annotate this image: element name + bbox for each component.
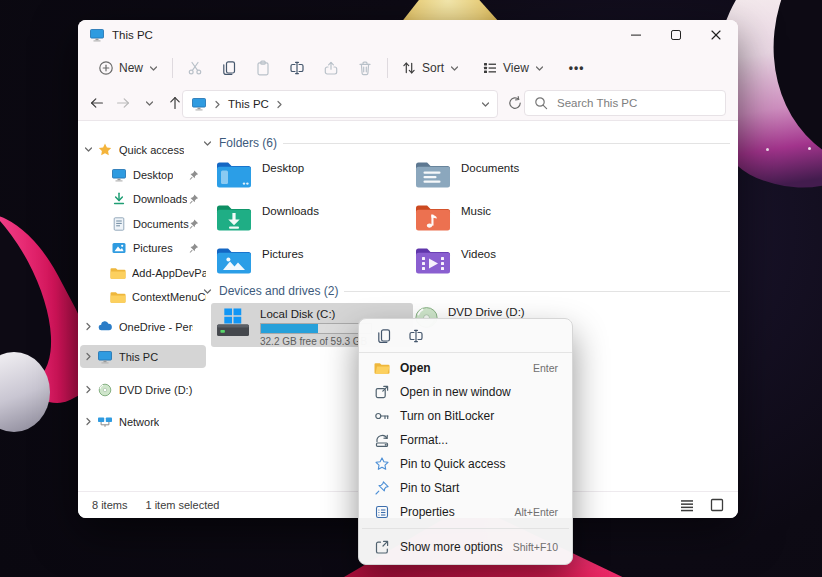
- address-bar: This PC: [78, 86, 738, 120]
- large-icons-view-icon: [709, 497, 725, 513]
- folder-tile-label: Desktop: [262, 162, 304, 194]
- sidebar-item-label: Network: [119, 416, 159, 428]
- paste-button[interactable]: [246, 54, 280, 82]
- sidebar-item-this-pc[interactable]: This PC: [80, 345, 206, 368]
- menu-item-shortcut: Enter: [533, 362, 558, 374]
- chevron-right-icon[interactable]: [80, 351, 96, 362]
- sort-button[interactable]: Sort: [393, 54, 468, 82]
- copy-icon: [221, 60, 237, 76]
- view-button[interactable]: View: [474, 54, 553, 82]
- newwin-icon: [373, 384, 390, 400]
- chevron-right-icon[interactable]: [80, 416, 96, 427]
- back-button[interactable]: [84, 90, 110, 116]
- bf-downloads-icon: [215, 201, 253, 237]
- folder-tile-label: Documents: [461, 162, 519, 194]
- sidebar-item-label: Add-AppDevPacka: [132, 267, 206, 279]
- breadcrumb[interactable]: This PC: [182, 90, 498, 118]
- sidebar-item-label: DVD Drive (D:) CCCO: [119, 384, 193, 396]
- copy-quick-button[interactable]: [376, 328, 392, 344]
- sidebar-item-pictures[interactable]: Pictures: [80, 236, 206, 259]
- details-view-button[interactable]: [676, 495, 698, 515]
- breadcrumb-this-pc[interactable]: This PC: [228, 98, 269, 110]
- monitor-icon: [110, 167, 128, 183]
- open-icon: [373, 360, 390, 376]
- sidebar-item-desktop[interactable]: Desktop: [80, 163, 206, 186]
- menu-item-pin-to-start[interactable]: Pin to Start: [363, 476, 568, 500]
- chevron-down-icon[interactable]: [80, 144, 96, 155]
- context-menu: OpenEnterOpen in new windowTurn on BitLo…: [358, 318, 573, 565]
- breadcrumb-separator-icon: [212, 99, 223, 110]
- folder-tile-videos[interactable]: Videos: [414, 244, 606, 280]
- onedrive-cloud-icon: [96, 319, 114, 335]
- folder-tile-pictures[interactable]: Pictures: [215, 244, 407, 280]
- search-input[interactable]: [555, 96, 717, 110]
- folder-tile-desktop[interactable]: Desktop: [215, 158, 407, 194]
- toolbar-divider: [387, 58, 388, 78]
- menu-divider: [362, 528, 569, 529]
- menu-item-label: Pin to Quick access: [400, 457, 505, 471]
- pinned-icon: [188, 169, 200, 181]
- sidebar-item-quick-access[interactable]: Quick access: [80, 138, 206, 161]
- menu-item-pin-to-quick-access[interactable]: Pin to Quick access: [363, 452, 568, 476]
- minimize-button[interactable]: [616, 20, 656, 50]
- devices-section-title: Devices and drives (2): [219, 284, 338, 298]
- sidebar-item-label: Quick access: [119, 144, 184, 156]
- doc-page-icon: [110, 216, 128, 232]
- rename-quick-button[interactable]: [408, 328, 424, 344]
- chevron-right-icon[interactable]: [80, 321, 96, 332]
- copy-button[interactable]: [212, 54, 246, 82]
- recent-locations-button[interactable]: [136, 90, 162, 116]
- capacity-bar: [260, 323, 372, 334]
- devices-section-header[interactable]: Devices and drives (2): [202, 282, 730, 300]
- menu-item-properties[interactable]: PropertiesAlt+Enter: [363, 500, 568, 524]
- local-disk-free-space: 32.2 GB free of 59.3 GB: [260, 336, 372, 347]
- sort-icon: [401, 60, 417, 76]
- sidebar-item-downloads[interactable]: Downloads: [80, 187, 206, 210]
- capacity-fill: [261, 324, 318, 333]
- forward-button[interactable]: [110, 90, 136, 116]
- share-icon: [323, 60, 339, 76]
- folder-tile-music[interactable]: Music: [414, 201, 606, 237]
- sidebar-item-dvd-drive-d-ccco[interactable]: DVD Drive (D:) CCCO: [80, 378, 206, 401]
- view-label: View: [503, 61, 529, 75]
- paste-icon: [255, 60, 271, 76]
- search-icon: [533, 95, 549, 111]
- folders-section-header[interactable]: Folders (6): [202, 134, 730, 152]
- chevron-right-icon[interactable]: [80, 384, 96, 395]
- rename-button[interactable]: [280, 54, 314, 82]
- see-more-button[interactable]: •••: [561, 54, 593, 82]
- new-button[interactable]: New: [90, 54, 167, 82]
- window-controls: [616, 20, 736, 50]
- window-title: This PC: [112, 29, 153, 41]
- address-history-icon[interactable]: [480, 99, 491, 110]
- title-bar: This PC: [78, 20, 738, 50]
- cut-icon: [187, 60, 203, 76]
- sidebar-item-onedrive-personal[interactable]: OneDrive - Personal: [80, 315, 206, 338]
- rename-icon: [289, 60, 305, 76]
- menu-item-turn-on-bitlocker[interactable]: Turn on BitLocker: [363, 404, 568, 428]
- sidebar-item-documents[interactable]: Documents: [80, 212, 206, 235]
- folder-tile-label: Downloads: [262, 205, 319, 237]
- close-button[interactable]: [696, 20, 736, 50]
- sidebar-item-network[interactable]: Network: [80, 410, 206, 433]
- menu-item-label: Properties: [400, 505, 455, 519]
- collapse-section-icon: [202, 286, 213, 297]
- section-rule: [344, 291, 730, 292]
- toolbar-divider: [172, 58, 173, 78]
- share-button[interactable]: [314, 54, 348, 82]
- menu-item-format[interactable]: Format...: [363, 428, 568, 452]
- menu-item-open[interactable]: OpenEnter: [363, 356, 568, 380]
- menu-item-show-more-options[interactable]: Show more optionsShift+F10: [363, 535, 568, 559]
- cut-button[interactable]: [178, 54, 212, 82]
- sidebar-item-contextmenucust[interactable]: ContextMenuCust: [80, 285, 206, 308]
- large-icons-view-button[interactable]: [706, 495, 728, 515]
- delete-button[interactable]: [348, 54, 382, 82]
- folder-tile-downloads[interactable]: Downloads: [215, 201, 407, 237]
- maximize-button[interactable]: [656, 20, 696, 50]
- sidebar-item-add-appdevpacka[interactable]: Add-AppDevPacka: [80, 261, 206, 284]
- menu-item-shortcut: Alt+Enter: [515, 506, 558, 518]
- menu-item-open-in-new-window[interactable]: Open in new window: [363, 380, 568, 404]
- folder-tile-documents[interactable]: Documents: [414, 158, 606, 194]
- folder-gold-icon: [109, 289, 127, 305]
- refresh-icon: [507, 95, 523, 111]
